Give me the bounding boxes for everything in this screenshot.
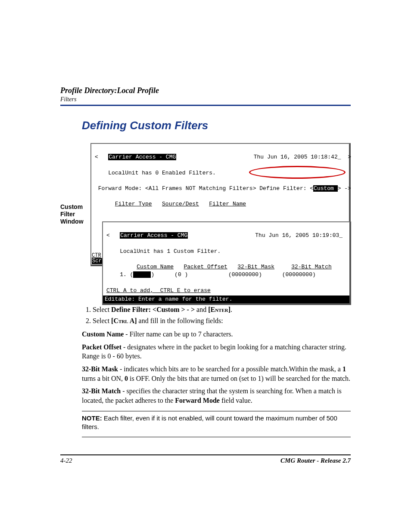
step-item: Select [Ctrl A] and fill in the followin… <box>93 316 351 326</box>
callout-line: Custom <box>60 203 83 210</box>
terminal-window-2: < Carrier Access - CMG Thu Jun 16, 2005 … <box>102 221 351 305</box>
def-para: Custom Name - Filter name can be up to 7… <box>82 330 351 339</box>
terminal-window-1: < Carrier Access - CMG Thu Jun 16, 2005 … <box>90 143 351 266</box>
running-subtitle: Filters <box>60 96 351 103</box>
timestamp: Thu Jun 16, 2005 10:18:42_ <box>254 154 341 160</box>
t: 0 <box>125 375 128 382</box>
col-header: Filter Type <box>115 201 152 207</box>
step-item: Select Define Filter: <Custom > - > and … <box>93 305 351 314</box>
app-title: Carrier Access - CMG <box>108 154 176 160</box>
figure-callout: Custom Filter Window <box>60 203 90 225</box>
body-text: Select Define Filter: <Custom > - > and … <box>82 305 351 437</box>
t: Define Filter: <Custom > - > <box>111 306 195 313</box>
fwd-value: <All Frames NOT Matching Filters> <box>145 185 256 192</box>
trunc-line: Scr <box>92 258 102 264</box>
fwd-label: Forward Mode: <box>98 185 145 192</box>
step-list: Select Define Filter: <Custom > - > and … <box>82 305 351 325</box>
note-rule-top <box>82 411 351 411</box>
t: - Filter name can be up to 7 characters. <box>124 330 233 338</box>
footer: 4-22 CMG Router - Release 2.7 <box>60 454 351 464</box>
t: turns a bit ON, <box>82 375 125 382</box>
def-para: Packet Offset - designates where in the … <box>82 342 351 361</box>
bracket-left: < <box>106 232 110 239</box>
header-rule <box>60 105 351 106</box>
t: - designates where in the packet to begi… <box>82 343 346 360</box>
callout-line: Filter <box>60 211 75 218</box>
term: Packet Offset <box>82 343 121 351</box>
term: Custom Name <box>82 330 124 338</box>
timestamp: Thu Jun 16, 2005 10:19:03_ <box>255 232 342 239</box>
page-number: 4-22 <box>60 457 72 464</box>
t: Forward Mode <box>175 397 220 404</box>
terminal-window-2-wrap: < Carrier Access - CMG Thu Jun 16, 2005 … <box>102 221 351 305</box>
col-header: Source/Dest <box>162 201 199 207</box>
def-para: 32-Bit Match - specifies the character s… <box>82 386 351 405</box>
t: Select <box>93 306 111 313</box>
running-head: Profile Directory:Local Profile Filters <box>60 86 351 103</box>
col-header: Filter Name <box>209 201 246 207</box>
term: 32-Bit Mask <box>82 365 118 373</box>
callout-line: Window <box>60 218 84 225</box>
note-block: NOTE: Each filter, even if it is not ena… <box>82 414 351 431</box>
t: . <box>230 306 232 313</box>
bracket-right: > <box>348 154 351 160</box>
figure-area: Custom Filter Window < Carrier Access - … <box>90 143 351 266</box>
t: - indicates which bits are to be searche… <box>118 365 342 373</box>
t: is OFF. Only the bits that are turned on… <box>128 375 350 382</box>
page: Profile Directory:Local Profile Filters … <box>0 0 411 507</box>
row-name-input[interactable] <box>133 271 151 278</box>
running-title: Profile Directory:Local Profile <box>60 86 351 95</box>
t: Select <box>93 317 111 324</box>
status-line: LocalUnit has 0 Enabled Filters. <box>108 170 216 176</box>
t: [Enter] <box>208 306 230 313</box>
help-line: CTRL A to add, CTRL E to erase <box>106 287 211 294</box>
status-line: LocalUnit has 1 Custom Filter. <box>120 248 221 255</box>
terminal-content: < Carrier Access - CMG Thu Jun 16, 2005 … <box>91 144 349 220</box>
note-body: Each filter, even if it is not enabled, … <box>82 414 337 430</box>
trunc-line: CTR <box>92 252 101 258</box>
col-header: 32-Bit Match <box>291 264 332 270</box>
row-idx: 1. ( <box>120 271 133 278</box>
row-mask: (00000000) <box>228 271 262 278</box>
define-value: Custom <box>313 185 338 192</box>
t: 1 <box>342 365 346 373</box>
note-rule-bottom <box>82 437 351 437</box>
t: field value. <box>220 397 252 404</box>
col-header: Custom Name <box>137 264 174 270</box>
term: 32-Bit Match <box>82 387 121 395</box>
note-label: NOTE: <box>82 414 104 422</box>
define-label: Define Filter: < <box>256 185 313 192</box>
t: [Ctrl A] <box>111 317 137 324</box>
terminal-content: < Carrier Access - CMG Thu Jun 16, 2005 … <box>103 222 349 303</box>
def-para: 32-Bit Mask - indicates which bits are t… <box>82 364 351 383</box>
t: and <box>195 306 208 313</box>
row-match: (00000000) <box>282 271 316 278</box>
bracket-left: < <box>95 154 98 160</box>
col-header: Packet Offset <box>184 264 227 270</box>
truncated-label: CTR Scr <box>92 253 102 264</box>
doc-name: CMG Router - Release 2.7 <box>280 457 351 464</box>
section-title: Defining Custom Filters <box>82 119 351 132</box>
footer-rule <box>60 454 351 455</box>
col-header: 32-Bit Mask <box>237 264 274 270</box>
t: and fill in the following fields: <box>137 317 223 324</box>
status-bar: Editable: Enter a name for the filter. <box>103 296 349 303</box>
define-tail: > -> <box>338 185 351 192</box>
app-title: Carrier Access - CMG <box>120 232 188 239</box>
row-name-tail: ) <box>151 271 154 278</box>
row-offset: (0 ) <box>174 271 188 278</box>
footer-row: 4-22 CMG Router - Release 2.7 <box>60 457 351 464</box>
